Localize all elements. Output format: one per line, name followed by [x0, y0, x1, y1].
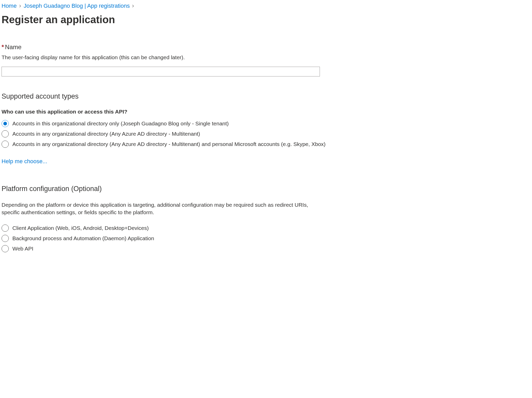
radio-icon [2, 245, 9, 252]
radio-multitenant-personal[interactable]: Accounts in any organizational directory… [2, 141, 530, 148]
platform-radio-group: Client Application (Web, iOS, Android, D… [2, 224, 530, 252]
radio-icon [2, 141, 9, 148]
radio-label: Web API [12, 246, 33, 252]
name-field-description: The user-facing display name for this ap… [2, 54, 530, 60]
radio-icon [2, 120, 9, 127]
radio-label: Accounts in any organizational directory… [12, 141, 326, 147]
name-label-text: Name [5, 44, 21, 51]
radio-icon [2, 235, 9, 242]
page-title: Register an application [2, 14, 530, 25]
radio-icon [2, 130, 9, 137]
breadcrumb: Home Joseph Guadagno Blog | App registra… [2, 3, 530, 9]
name-field-group: * Name The user-facing display name for … [2, 44, 530, 76]
account-types-radio-group: Accounts in this organizational director… [2, 120, 530, 148]
account-types-question: Who can use this application or access t… [2, 109, 530, 115]
radio-single-tenant[interactable]: Accounts in this organizational director… [2, 120, 530, 127]
radio-label: Client Application (Web, iOS, Android, D… [12, 225, 149, 231]
chevron-right-icon [19, 3, 22, 9]
breadcrumb-link-home[interactable]: Home [2, 3, 17, 9]
radio-web-api[interactable]: Web API [2, 245, 530, 252]
radio-icon [2, 224, 9, 232]
radio-client-application[interactable]: Client Application (Web, iOS, Android, D… [2, 224, 530, 232]
account-types-heading: Supported account types [2, 92, 530, 100]
help-me-choose-link[interactable]: Help me choose... [2, 158, 47, 165]
chevron-right-icon [132, 3, 135, 9]
platform-heading: Platform configuration (Optional) [2, 185, 530, 193]
radio-label: Background process and Automation (Daemo… [12, 235, 154, 241]
radio-label: Accounts in any organizational directory… [12, 131, 200, 137]
radio-multitenant[interactable]: Accounts in any organizational directory… [2, 130, 530, 137]
platform-description: Depending on the platform or device this… [2, 201, 321, 216]
radio-label: Accounts in this organizational director… [12, 120, 229, 127]
radio-background-process[interactable]: Background process and Automation (Daemo… [2, 235, 530, 242]
name-field-label: * Name [2, 44, 530, 51]
name-input[interactable] [2, 67, 320, 76]
supported-account-types-section: Supported account types Who can use this… [2, 92, 530, 165]
required-star-icon: * [2, 44, 4, 51]
breadcrumb-link-app-registrations[interactable]: Joseph Guadagno Blog | App registrations [24, 3, 130, 9]
platform-configuration-section: Platform configuration (Optional) Depend… [2, 185, 530, 252]
